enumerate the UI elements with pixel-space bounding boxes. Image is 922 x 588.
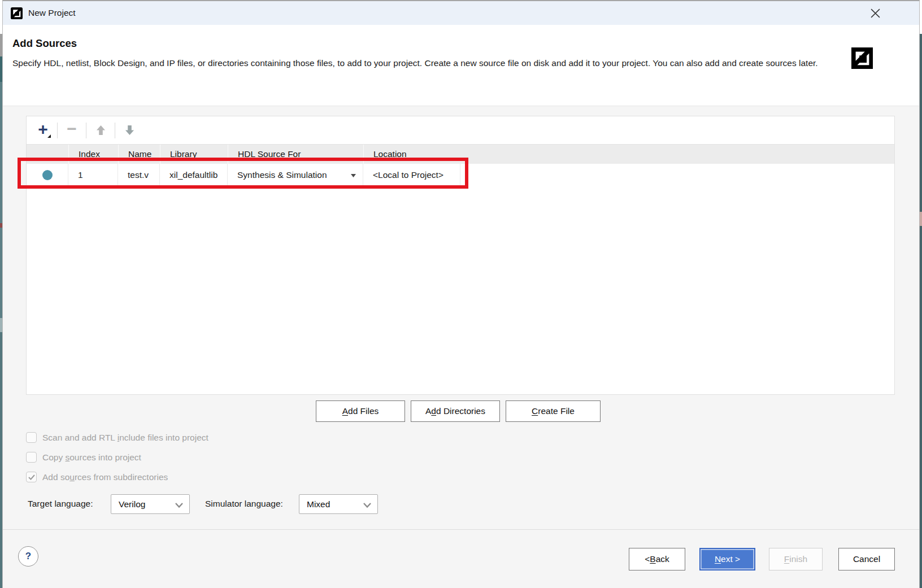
simulator-language-label: Simulator language: [205, 499, 283, 509]
table-header: Index Name Library HDL Source For Locati… [27, 145, 894, 164]
hdl-source-for-value: Synthesis & Simulation [237, 170, 327, 180]
page-description: Specify HDL, netlist, Block Design, and … [12, 56, 832, 69]
page-title: Add Sources [12, 37, 77, 50]
toolbar-divider [86, 123, 86, 138]
add-source-button[interactable]: + [32, 120, 54, 141]
window-title: New Project [28, 8, 76, 18]
table-row[interactable]: 1 test.v xil_defaultlib Synthesis & Simu… [27, 164, 894, 187]
wizard-header: Add Sources Specify HDL, netlist, Block … [3, 25, 919, 106]
question-mark-icon: ? [25, 551, 31, 562]
target-language-label: Target language: [28, 499, 93, 509]
row-library-cell: xil_defaultlib [160, 164, 228, 187]
plus-dropdown-caret-icon [47, 134, 51, 138]
sources-panel: + − [26, 116, 895, 395]
checkbox-icon-checked [26, 472, 37, 482]
close-button[interactable] [866, 4, 884, 22]
checkbox-label: Add sources from subdirectories [42, 472, 168, 482]
status-dot [42, 170, 53, 180]
finish-button[interactable]: Finish [769, 548, 823, 570]
cancel-button[interactable]: Cancel [838, 548, 895, 570]
plus-icon: + [38, 121, 48, 138]
row-name-cell: test.v [118, 164, 160, 187]
move-up-button[interactable] [90, 120, 111, 141]
simulator-language-value: Mixed [307, 499, 330, 509]
column-header-index[interactable]: Index [68, 145, 118, 164]
dropdown-caret-icon [351, 174, 356, 177]
checkbox-icon-unchecked [26, 432, 37, 443]
checkbox-icon-unchecked [26, 452, 37, 463]
toolbar-divider [115, 123, 115, 138]
minus-icon: − [67, 120, 77, 137]
toolbar-divider [57, 123, 58, 138]
column-header-location[interactable]: Location [363, 145, 460, 164]
sources-toolbar: + − [27, 116, 894, 145]
help-button[interactable]: ? [18, 546, 38, 567]
simulator-language-select[interactable]: Mixed [299, 494, 378, 514]
checkbox-label: Scan and add RTL include files into proj… [42, 433, 208, 443]
remove-source-button[interactable]: − [61, 120, 82, 141]
add-files-button[interactable]: Add Files [316, 400, 405, 422]
checkbox-label: Copy sources into project [42, 452, 141, 463]
checkbox-scan-rtl[interactable]: Scan and add RTL include files into proj… [26, 432, 208, 443]
column-header-name[interactable]: Name [118, 145, 160, 164]
back-button[interactable]: < Back [629, 548, 685, 570]
down-arrow-icon [125, 125, 134, 136]
screen: New Project Add Sources Specify HDL, net… [0, 0, 922, 588]
close-icon [871, 8, 880, 18]
vivado-app-icon [11, 7, 23, 19]
column-header-library[interactable]: Library [160, 145, 228, 164]
checkbox-copy-sources[interactable]: Copy sources into project [26, 452, 141, 463]
amd-xilinx-logo-icon [851, 47, 873, 69]
move-down-button[interactable] [119, 120, 140, 141]
target-language-select[interactable]: Verilog [111, 494, 190, 514]
column-header-hdl-source-for[interactable]: HDL Source For [228, 145, 363, 164]
chevron-down-icon [175, 503, 183, 508]
column-header-status [27, 145, 68, 164]
hdl-source-for-dropdown[interactable]: Synthesis & Simulation [228, 164, 363, 187]
row-location-cell: <Local to Project> [363, 164, 460, 187]
check-mark-icon [28, 474, 35, 480]
chevron-down-icon [363, 503, 371, 508]
background-edge-right [920, 0, 922, 588]
row-index-cell: 1 [68, 164, 118, 187]
checkbox-add-subdirectories[interactable]: Add sources from subdirectories [26, 472, 168, 482]
title-bar: New Project [3, 1, 919, 25]
create-file-button[interactable]: Create File [506, 400, 601, 422]
next-button[interactable]: Next > [699, 548, 755, 570]
new-project-dialog: New Project Add Sources Specify HDL, net… [2, 0, 920, 588]
up-arrow-icon [96, 125, 106, 136]
target-language-value: Verilog [119, 499, 145, 509]
footer-divider [3, 529, 919, 530]
add-directories-button[interactable]: Add Directories [411, 400, 500, 422]
row-status-cell [27, 164, 68, 187]
